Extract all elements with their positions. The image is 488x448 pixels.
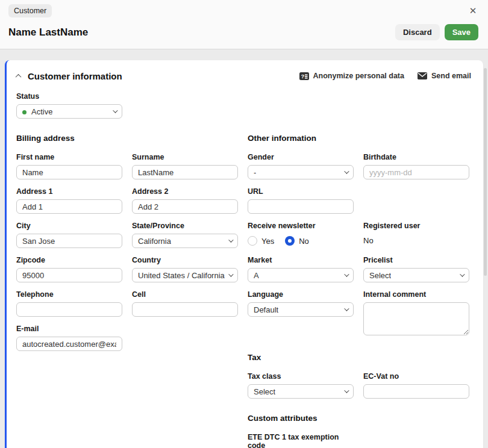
language-label: Language [248, 290, 354, 299]
market-value: A [254, 271, 259, 280]
birthdate-field: Birthdate [363, 153, 469, 179]
internal-comment-label: Internal comment [363, 290, 469, 299]
gender-value: - [254, 168, 256, 177]
registered-user-field: Registered user No [363, 222, 469, 248]
ec-vat-label: EC-Vat no [363, 372, 469, 381]
envelope-icon [418, 72, 427, 79]
anonymize-label: Anonymize personal data [313, 72, 404, 80]
city-field: City [16, 222, 122, 248]
surname-field: Surname [132, 153, 238, 179]
chevron-down-icon [460, 272, 465, 276]
status-value: Active [31, 107, 52, 116]
address2-label: Address 2 [132, 187, 238, 196]
send-email-label: Send email [431, 72, 471, 80]
scrollbar[interactable] [484, 68, 487, 276]
address2-field: Address 2 [132, 187, 238, 214]
pricelist-value: Select [369, 271, 391, 280]
city-label: City [16, 222, 122, 230]
address1-input[interactable] [16, 199, 122, 214]
internal-comment-field: Internal comment [363, 290, 469, 338]
send-email-button[interactable]: Send email [418, 72, 471, 80]
chevron-down-icon [344, 306, 349, 311]
address1-label: Address 1 [16, 187, 122, 196]
newsletter-field: Receive newsletter Yes No [248, 222, 354, 248]
radio-unselected-icon [248, 236, 257, 246]
country-value: United States / California [138, 271, 225, 280]
chevron-up-icon [16, 73, 22, 79]
url-label: URL [248, 187, 354, 196]
chevron-down-icon [344, 388, 349, 393]
anonymize-icon: ? [299, 72, 309, 80]
newsletter-yes-radio[interactable]: Yes [248, 236, 274, 246]
chevron-down-icon [344, 272, 349, 276]
customer-information-card: Customer information ? Anonymize persona… [5, 60, 483, 448]
ec-vat-field: EC-Vat no [363, 372, 469, 399]
discard-button[interactable]: Discard [395, 24, 440, 40]
birthdate-label: Birthdate [363, 153, 469, 161]
newsletter-label: Receive newsletter [248, 222, 354, 230]
telephone-label: Telephone [16, 290, 122, 299]
tax-class-select[interactable]: Select [248, 384, 354, 399]
url-field: URL [248, 187, 354, 214]
birthdate-input[interactable] [363, 165, 469, 179]
state-value: California [138, 237, 171, 246]
market-select[interactable]: A [248, 268, 354, 282]
close-icon[interactable]: ✕ [468, 5, 478, 16]
language-field: Language Default [248, 290, 354, 338]
cell-label: Cell [132, 290, 238, 299]
country-field: Country United States / California [132, 256, 238, 282]
billing-address-heading: Billing address [16, 134, 238, 143]
zipcode-label: Zipcode [16, 256, 122, 264]
tax-class-label: Tax class [248, 372, 354, 381]
email-field: E-mail [16, 325, 122, 351]
cell-field: Cell [132, 290, 238, 317]
customer-badge: Customer [8, 4, 52, 17]
chevron-down-icon [344, 169, 349, 173]
tax-class-value: Select [254, 387, 275, 396]
svg-text:?: ? [301, 73, 304, 79]
gender-label: Gender [248, 153, 354, 161]
status-label: Status [16, 92, 471, 101]
address1-field: Address 1 [16, 187, 122, 214]
state-label: State/Province [132, 222, 238, 230]
chevron-down-icon [228, 272, 233, 276]
zipcode-input[interactable] [16, 268, 122, 282]
newsletter-no-label: No [299, 237, 309, 246]
telephone-input[interactable] [16, 302, 122, 317]
chevron-down-icon [113, 108, 117, 113]
country-select[interactable]: United States / California [132, 268, 238, 282]
pricelist-field: Pricelist Select [363, 256, 469, 282]
state-field: State/Province California [132, 222, 238, 248]
anonymize-personal-data-button[interactable]: ? Anonymize personal data [299, 72, 404, 80]
status-select[interactable]: Active [16, 104, 122, 119]
cell-input[interactable] [132, 302, 238, 317]
tax-heading: Tax [248, 353, 469, 362]
pricelist-label: Pricelist [363, 256, 469, 264]
other-information-heading: Other information [248, 134, 469, 143]
telephone-field: Telephone [16, 290, 122, 317]
gender-select[interactable]: - [248, 165, 354, 179]
state-select[interactable]: California [132, 234, 238, 248]
email-input[interactable] [16, 337, 122, 351]
registered-user-value: No [363, 234, 469, 248]
address2-input[interactable] [132, 199, 238, 214]
city-input[interactable] [16, 234, 122, 248]
newsletter-yes-label: Yes [261, 237, 274, 246]
section-collapse-toggle[interactable]: Customer information [16, 71, 122, 81]
email-label: E-mail [16, 325, 122, 333]
ec-vat-input[interactable] [363, 384, 469, 399]
language-select[interactable]: Default [248, 302, 354, 317]
pricelist-select[interactable]: Select [363, 268, 469, 282]
tax-class-field: Tax class Select [248, 372, 354, 399]
newsletter-no-radio[interactable]: No [285, 236, 309, 246]
status-active-dot [22, 110, 27, 114]
surname-input[interactable] [132, 165, 238, 179]
zipcode-field: Zipcode [16, 256, 122, 282]
market-label: Market [248, 256, 354, 264]
url-input[interactable] [248, 199, 354, 214]
chevron-down-icon [228, 237, 233, 242]
first-name-input[interactable] [16, 165, 122, 179]
internal-comment-textarea[interactable] [363, 302, 469, 335]
radio-selected-icon [285, 236, 295, 246]
save-button[interactable]: Save [445, 24, 478, 40]
